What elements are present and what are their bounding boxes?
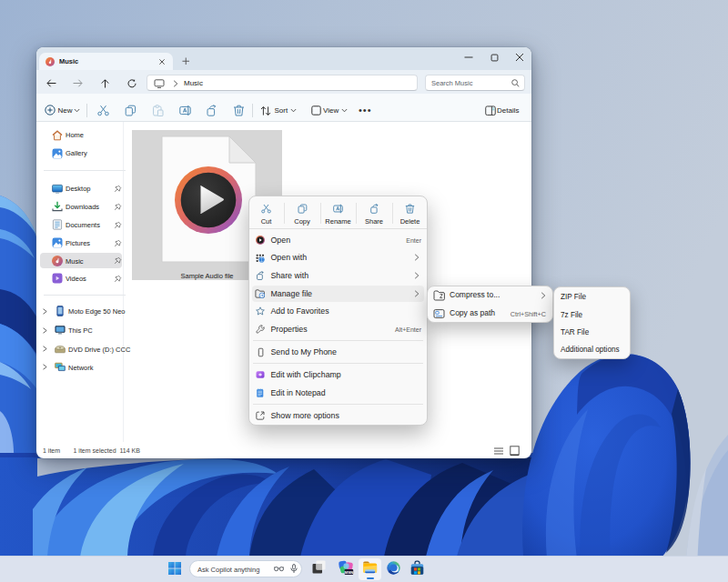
svg-text:MSN: MSN [345,570,354,575]
